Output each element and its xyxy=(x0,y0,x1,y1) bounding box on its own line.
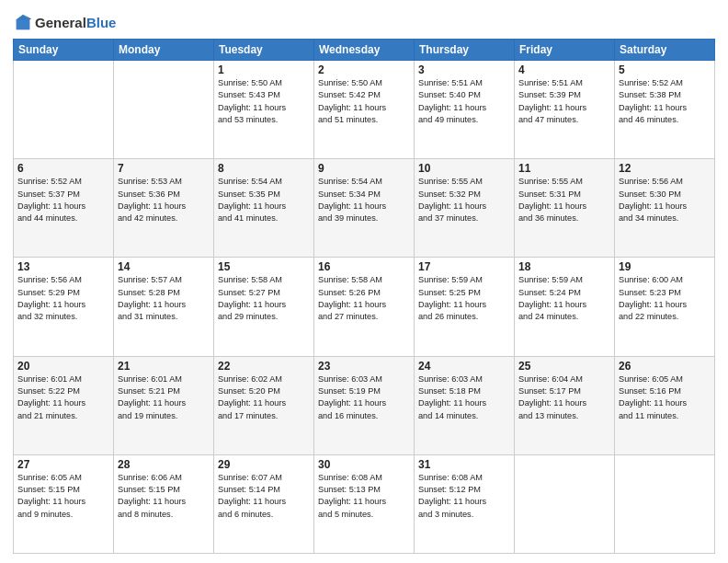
day-number: 9 xyxy=(318,162,410,175)
logo: GeneralBlue xyxy=(13,13,116,33)
page: GeneralBlue SundayMondayTuesdayWednesday… xyxy=(0,0,728,563)
day-cell: 10Sunrise: 5:55 AM Sunset: 5:32 PM Dayli… xyxy=(415,159,515,258)
day-info: Sunrise: 5:51 AM Sunset: 5:39 PM Dayligh… xyxy=(518,77,610,126)
day-cell: 23Sunrise: 6:03 AM Sunset: 5:19 PM Dayli… xyxy=(314,356,415,454)
day-info: Sunrise: 5:50 AM Sunset: 5:42 PM Dayligh… xyxy=(318,77,410,126)
day-number: 5 xyxy=(619,63,711,76)
day-number: 8 xyxy=(218,162,310,175)
day-cell: 14Sunrise: 5:57 AM Sunset: 5:28 PM Dayli… xyxy=(114,258,214,356)
day-info: Sunrise: 6:05 AM Sunset: 5:15 PM Dayligh… xyxy=(17,472,109,521)
calendar: SundayMondayTuesdayWednesdayThursdayFrid… xyxy=(13,39,715,554)
day-info: Sunrise: 6:03 AM Sunset: 5:19 PM Dayligh… xyxy=(318,373,410,422)
day-number: 13 xyxy=(17,260,109,273)
day-cell: 3Sunrise: 5:51 AM Sunset: 5:40 PM Daylig… xyxy=(415,61,515,159)
day-number: 17 xyxy=(418,260,510,273)
day-cell: 29Sunrise: 6:07 AM Sunset: 5:14 PM Dayli… xyxy=(214,454,314,553)
day-number: 2 xyxy=(318,63,410,76)
day-number: 23 xyxy=(318,360,410,373)
day-number: 16 xyxy=(318,260,410,273)
day-cell: 30Sunrise: 6:08 AM Sunset: 5:13 PM Dayli… xyxy=(314,454,415,553)
day-cell: 18Sunrise: 5:59 AM Sunset: 5:24 PM Dayli… xyxy=(515,258,615,356)
week-row-5: 27Sunrise: 6:05 AM Sunset: 5:15 PM Dayli… xyxy=(14,454,715,553)
day-info: Sunrise: 5:55 AM Sunset: 5:32 PM Dayligh… xyxy=(418,176,510,224)
day-cell: 4Sunrise: 5:51 AM Sunset: 5:39 PM Daylig… xyxy=(515,61,615,159)
weekday-monday: Monday xyxy=(114,40,214,61)
weekday-friday: Friday xyxy=(515,40,615,61)
day-info: Sunrise: 5:51 AM Sunset: 5:40 PM Dayligh… xyxy=(418,77,510,126)
weekday-sunday: Sunday xyxy=(14,40,114,61)
day-info: Sunrise: 5:55 AM Sunset: 5:31 PM Dayligh… xyxy=(518,176,610,224)
day-number: 3 xyxy=(418,63,510,76)
logo-icon xyxy=(13,13,33,33)
day-number: 14 xyxy=(118,260,210,273)
day-number: 11 xyxy=(518,162,610,175)
day-cell: 7Sunrise: 5:53 AM Sunset: 5:36 PM Daylig… xyxy=(114,159,214,258)
day-cell: 11Sunrise: 5:55 AM Sunset: 5:31 PM Dayli… xyxy=(515,159,615,258)
day-number: 29 xyxy=(218,458,310,471)
day-number: 24 xyxy=(418,360,510,373)
day-info: Sunrise: 6:01 AM Sunset: 5:21 PM Dayligh… xyxy=(118,373,210,422)
day-info: Sunrise: 6:08 AM Sunset: 5:13 PM Dayligh… xyxy=(318,472,410,521)
day-cell: 20Sunrise: 6:01 AM Sunset: 5:22 PM Dayli… xyxy=(14,356,114,454)
day-cell: 21Sunrise: 6:01 AM Sunset: 5:21 PM Dayli… xyxy=(114,356,214,454)
day-cell: 24Sunrise: 6:03 AM Sunset: 5:18 PM Dayli… xyxy=(415,356,515,454)
day-info: Sunrise: 5:58 AM Sunset: 5:27 PM Dayligh… xyxy=(218,274,310,323)
day-number: 10 xyxy=(418,162,510,175)
day-info: Sunrise: 5:56 AM Sunset: 5:30 PM Dayligh… xyxy=(619,176,711,224)
day-number: 27 xyxy=(17,458,109,471)
day-cell: 9Sunrise: 5:54 AM Sunset: 5:34 PM Daylig… xyxy=(314,159,415,258)
day-cell: 19Sunrise: 6:00 AM Sunset: 5:23 PM Dayli… xyxy=(615,258,715,356)
day-number: 21 xyxy=(118,360,210,373)
day-info: Sunrise: 5:53 AM Sunset: 5:36 PM Dayligh… xyxy=(118,176,210,224)
day-info: Sunrise: 5:50 AM Sunset: 5:43 PM Dayligh… xyxy=(218,77,310,126)
weekday-thursday: Thursday xyxy=(415,40,515,61)
day-number: 18 xyxy=(518,260,610,273)
svg-rect-2 xyxy=(17,19,30,29)
day-info: Sunrise: 5:54 AM Sunset: 5:35 PM Dayligh… xyxy=(218,176,310,224)
day-cell xyxy=(515,454,615,553)
header: GeneralBlue xyxy=(13,9,715,33)
day-info: Sunrise: 6:04 AM Sunset: 5:17 PM Dayligh… xyxy=(518,373,610,422)
day-number: 19 xyxy=(619,260,711,273)
day-info: Sunrise: 5:58 AM Sunset: 5:26 PM Dayligh… xyxy=(318,274,410,323)
day-cell: 5Sunrise: 5:52 AM Sunset: 5:38 PM Daylig… xyxy=(615,61,715,159)
day-info: Sunrise: 6:00 AM Sunset: 5:23 PM Dayligh… xyxy=(619,274,711,323)
day-number: 12 xyxy=(619,162,711,175)
day-info: Sunrise: 6:07 AM Sunset: 5:14 PM Dayligh… xyxy=(218,472,310,521)
day-number: 6 xyxy=(17,162,109,175)
day-number: 22 xyxy=(218,360,310,373)
day-cell: 28Sunrise: 6:06 AM Sunset: 5:15 PM Dayli… xyxy=(114,454,214,553)
week-row-3: 13Sunrise: 5:56 AM Sunset: 5:29 PM Dayli… xyxy=(14,258,715,356)
logo-general: General xyxy=(35,15,86,30)
day-cell: 27Sunrise: 6:05 AM Sunset: 5:15 PM Dayli… xyxy=(14,454,114,553)
day-info: Sunrise: 6:01 AM Sunset: 5:22 PM Dayligh… xyxy=(17,373,109,422)
day-number: 31 xyxy=(418,458,510,471)
day-cell: 15Sunrise: 5:58 AM Sunset: 5:27 PM Dayli… xyxy=(214,258,314,356)
day-cell: 22Sunrise: 6:02 AM Sunset: 5:20 PM Dayli… xyxy=(214,356,314,454)
weekday-tuesday: Tuesday xyxy=(214,40,314,61)
day-cell: 16Sunrise: 5:58 AM Sunset: 5:26 PM Dayli… xyxy=(314,258,415,356)
day-cell: 12Sunrise: 5:56 AM Sunset: 5:30 PM Dayli… xyxy=(615,159,715,258)
logo-blue: Blue xyxy=(86,15,117,30)
week-row-1: 1Sunrise: 5:50 AM Sunset: 5:43 PM Daylig… xyxy=(14,61,715,159)
day-info: Sunrise: 5:59 AM Sunset: 5:24 PM Dayligh… xyxy=(518,274,610,323)
day-number: 7 xyxy=(118,162,210,175)
day-info: Sunrise: 6:06 AM Sunset: 5:15 PM Dayligh… xyxy=(118,472,210,521)
weekday-wednesday: Wednesday xyxy=(314,40,415,61)
day-info: Sunrise: 6:02 AM Sunset: 5:20 PM Dayligh… xyxy=(218,373,310,422)
day-cell xyxy=(14,61,114,159)
day-info: Sunrise: 6:03 AM Sunset: 5:18 PM Dayligh… xyxy=(418,373,510,422)
day-info: Sunrise: 5:52 AM Sunset: 5:38 PM Dayligh… xyxy=(619,77,711,126)
weekday-header-row: SundayMondayTuesdayWednesdayThursdayFrid… xyxy=(14,40,715,61)
day-cell xyxy=(615,454,715,553)
day-info: Sunrise: 6:05 AM Sunset: 5:16 PM Dayligh… xyxy=(619,373,711,422)
day-info: Sunrise: 5:52 AM Sunset: 5:37 PM Dayligh… xyxy=(17,176,109,224)
day-info: Sunrise: 5:56 AM Sunset: 5:29 PM Dayligh… xyxy=(17,274,109,323)
day-number: 15 xyxy=(218,260,310,273)
logo-text: GeneralBlue xyxy=(35,16,116,31)
day-info: Sunrise: 5:54 AM Sunset: 5:34 PM Dayligh… xyxy=(318,176,410,224)
day-cell: 1Sunrise: 5:50 AM Sunset: 5:43 PM Daylig… xyxy=(214,61,314,159)
day-number: 28 xyxy=(118,458,210,471)
day-cell: 6Sunrise: 5:52 AM Sunset: 5:37 PM Daylig… xyxy=(14,159,114,258)
day-number: 30 xyxy=(318,458,410,471)
